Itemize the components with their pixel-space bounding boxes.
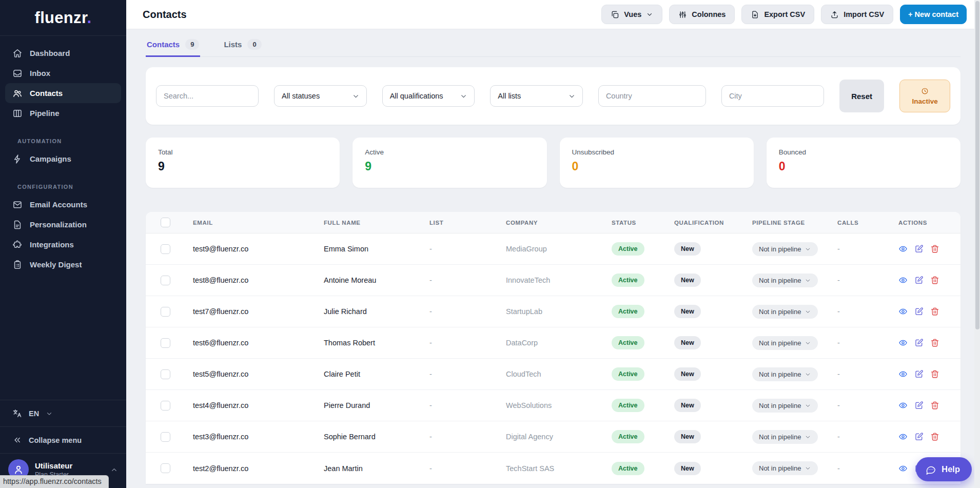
translate-icon — [12, 408, 22, 418]
views-button[interactable]: Vues — [601, 5, 662, 24]
delete-contact-button[interactable] — [930, 369, 939, 379]
edit-contact-button[interactable] — [914, 276, 924, 285]
contact-calls: - — [830, 307, 891, 316]
contact-calls: - — [830, 370, 891, 378]
language-selector[interactable]: EN — [0, 400, 126, 426]
chevron-up-icon — [110, 466, 118, 474]
contact-full-name: Antoine Moreau — [316, 276, 422, 284]
inbox-icon — [12, 68, 23, 79]
delete-contact-button[interactable] — [930, 432, 939, 441]
delete-contact-button[interactable] — [930, 307, 939, 316]
chevron-down-icon — [805, 340, 811, 346]
chevrons-left-icon — [12, 435, 22, 445]
qualification-badge: New — [674, 242, 701, 256]
table-row: test3@fluenzr.co Sophie Bernard - Digita… — [146, 421, 961, 453]
pipeline-stage-dropdown[interactable]: Not in pipeline — [752, 399, 818, 413]
qualification-badge: New — [674, 399, 701, 412]
view-contact-button[interactable] — [898, 244, 908, 253]
select-all-checkbox[interactable] — [161, 218, 170, 227]
pipeline-stage-dropdown[interactable]: Not in pipeline — [752, 242, 818, 256]
tab-contacts[interactable]: Contacts 9 — [146, 38, 200, 57]
view-contact-button[interactable] — [898, 369, 908, 379]
row-checkbox[interactable] — [161, 369, 170, 379]
contact-calls: - — [830, 339, 891, 347]
inactive-toggle-button[interactable]: Inactive — [899, 80, 950, 112]
edit-contact-button[interactable] — [914, 338, 924, 347]
row-checkbox[interactable] — [161, 338, 170, 348]
delete-contact-button[interactable] — [930, 338, 939, 347]
view-contact-button[interactable] — [898, 338, 908, 347]
edit-contact-button[interactable] — [914, 369, 924, 379]
delete-contact-button[interactable] — [930, 276, 939, 285]
search-input[interactable] — [156, 85, 259, 107]
column-header-list: LIST — [422, 220, 498, 226]
pipeline-stage-dropdown[interactable]: Not in pipeline — [752, 274, 818, 287]
trash-icon — [930, 369, 939, 379]
city-input[interactable] — [721, 85, 824, 107]
eye-icon — [898, 244, 908, 253]
sidebar-item-inbox[interactable]: Inbox — [5, 63, 121, 83]
sidebar-item-email-accounts[interactable]: Email Accounts — [5, 194, 121, 214]
import-csv-button[interactable]: Import CSV — [821, 5, 893, 24]
list-filter[interactable]: All lists — [490, 85, 583, 107]
stat-value: 9 — [365, 160, 534, 173]
view-contact-button[interactable] — [898, 307, 908, 316]
column-header-email: EMAIL — [185, 220, 316, 226]
delete-contact-button[interactable] — [930, 401, 939, 410]
contact-list: - — [422, 464, 498, 473]
qualification-filter[interactable]: All qualifications — [382, 85, 475, 107]
contact-list: - — [422, 433, 498, 441]
country-input[interactable] — [598, 85, 706, 107]
sidebar-item-personalization[interactable]: Personalization — [5, 214, 121, 235]
stat-card-bounced: Bounced 0 — [767, 138, 961, 188]
view-contact-button[interactable] — [898, 432, 908, 441]
new-contact-button[interactable]: + New contact — [900, 5, 967, 24]
row-checkbox[interactable] — [161, 244, 170, 254]
view-contact-button[interactable] — [898, 401, 908, 410]
edit-contact-button[interactable] — [914, 401, 924, 410]
sidebar-item-pipeline[interactable]: Pipeline — [5, 103, 121, 123]
pipeline-stage-dropdown[interactable]: Not in pipeline — [752, 430, 818, 444]
page-scrollbar[interactable] — [974, 0, 980, 488]
sidebar-item-campaigns[interactable]: Campaigns — [5, 149, 121, 169]
stats-cards: Total 9 Active 9 Unsubscribed 0 Bounced … — [146, 138, 961, 188]
view-contact-button[interactable] — [898, 464, 908, 473]
contact-company: TechStart SAS — [498, 464, 604, 473]
export-csv-button[interactable]: Export CSV — [741, 5, 814, 24]
pipeline-stage-dropdown[interactable]: Not in pipeline — [752, 461, 818, 475]
sidebar-item-dashboard[interactable]: Dashboard — [5, 43, 121, 63]
row-checkbox[interactable] — [161, 401, 170, 411]
view-contact-button[interactable] — [898, 276, 908, 285]
reset-button[interactable]: Reset — [839, 80, 884, 112]
tab-lists[interactable]: Lists 0 — [223, 38, 262, 57]
sidebar-item-label: Campaigns — [30, 154, 71, 163]
edit-contact-button[interactable] — [914, 307, 924, 316]
edit-contact-button[interactable] — [914, 244, 924, 253]
table-row: test7@fluenzr.co Julie Richard - Startup… — [146, 296, 961, 327]
help-button[interactable]: Help — [916, 457, 972, 481]
scrollbar-thumb[interactable] — [975, 1, 979, 329]
trash-icon — [930, 307, 939, 316]
contact-email: test3@fluenzr.co — [185, 433, 316, 441]
sidebar-item-weekly-digest[interactable]: Weekly Digest — [5, 255, 121, 275]
edit-contact-button[interactable] — [914, 432, 924, 441]
contact-calls: - — [830, 433, 891, 441]
column-header-pipeline-stage: PIPELINE STAGE — [744, 220, 830, 226]
table-row: test9@fluenzr.co Emma Simon - MediaGroup… — [146, 233, 961, 265]
pipeline-stage-dropdown[interactable]: Not in pipeline — [752, 305, 818, 319]
pipeline-stage-dropdown[interactable]: Not in pipeline — [752, 336, 818, 350]
status-badge: Active — [612, 274, 644, 287]
row-checkbox[interactable] — [161, 276, 170, 285]
row-checkbox[interactable] — [161, 432, 170, 442]
row-checkbox[interactable] — [161, 463, 170, 473]
delete-contact-button[interactable] — [930, 244, 939, 253]
pipeline-stage-dropdown[interactable]: Not in pipeline — [752, 367, 818, 381]
sidebar-item-contacts[interactable]: Contacts — [5, 83, 121, 103]
collapse-menu-button[interactable]: Collapse menu — [0, 426, 126, 453]
sidebar-item-integrations[interactable]: Integrations — [5, 235, 121, 255]
column-header-actions: ACTIONS — [891, 220, 961, 226]
status-filter[interactable]: All statuses — [274, 85, 367, 107]
columns-button[interactable]: Colonnes — [669, 5, 735, 24]
row-checkbox[interactable] — [161, 307, 170, 317]
table-header-row: EMAIL FULL NAME LIST COMPANY STATUS QUAL… — [146, 212, 961, 233]
